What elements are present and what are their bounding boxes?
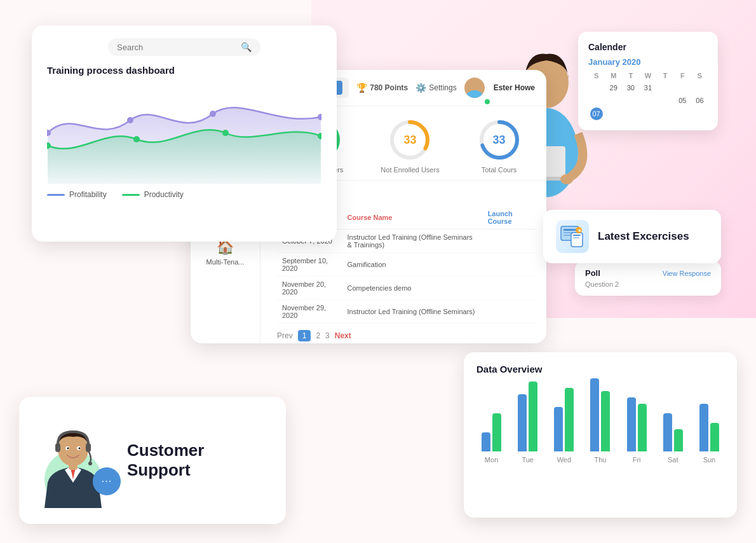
bar-group-wed: Wed — [549, 375, 579, 464]
svg-rect-25 — [564, 229, 576, 231]
bar-group-fri: Fri — [622, 375, 652, 464]
bar-sat-blue — [663, 413, 672, 451]
calendar-title: Calender — [588, 42, 708, 52]
col-launch: Launch Course — [483, 206, 536, 230]
training-card-title: Training process dashboard — [47, 65, 321, 76]
svg-point-11 — [133, 136, 140, 142]
data-overview-card: Data Overview Mon Tue Wed — [464, 352, 737, 518]
bar-wed-green — [565, 388, 574, 451]
svg-point-41 — [88, 462, 92, 465]
page-next[interactable]: Next — [335, 331, 351, 340]
cal-header-m: M — [605, 71, 621, 81]
table-row: September 10, 2020 Gamification — [277, 253, 536, 277]
exercise-icon: ★ — [556, 220, 589, 253]
cal-header-t2: T — [658, 71, 673, 81]
calendar-card: Calender January 2020 S M T W T F S 29 3… — [578, 32, 718, 130]
bar-fri-blue — [627, 397, 636, 451]
page-1[interactable]: 1 — [298, 330, 311, 341]
search-icon[interactable]: 🔍 — [241, 42, 252, 52]
support-title: Customer Support — [127, 441, 267, 480]
bar-group-sun: Sun — [694, 375, 724, 464]
stat-total-courses: 33 Total Cours — [477, 118, 522, 174]
table-row: November 29, 2020 Instructor Led Trainin… — [277, 300, 536, 324]
training-dashboard-card: 🔍 Training process dashboard — [32, 25, 337, 242]
svg-rect-39 — [55, 443, 60, 452]
calendar-grid: S M T W T F S 29 30 31 05 06 07 — [588, 71, 708, 120]
bar-thu-blue — [590, 378, 599, 451]
bar-group-sat: Sat — [658, 375, 688, 464]
svg-point-12 — [222, 130, 229, 136]
bar-group-thu: Thu — [585, 375, 615, 464]
pagination: Prev 1 2 3 Next — [277, 324, 536, 343]
bar-mon-green — [492, 413, 501, 451]
settings-display[interactable]: ⚙️ Settings — [415, 83, 456, 93]
productivity-color — [122, 194, 140, 196]
poll-question: Question 2 — [585, 280, 711, 288]
bar-fri-green — [638, 404, 647, 451]
exercises-card: ★ Latest Excercises — [543, 210, 721, 263]
profitability-color — [47, 194, 65, 196]
poll-header: Poll View Response — [585, 268, 711, 278]
bar-tue-blue — [518, 394, 527, 451]
bar-group-mon: Mon — [476, 375, 506, 464]
poll-title: Poll — [585, 268, 600, 278]
customer-support-card: ··· Customer Support — [19, 397, 286, 524]
training-search-input[interactable] — [117, 43, 241, 52]
cal-header-f: F — [675, 71, 691, 81]
legend-productivity: Productivity — [122, 190, 184, 199]
calendar-month: January 2020 — [588, 57, 708, 67]
svg-rect-29 — [573, 235, 581, 236]
stat-not-enrolled: 33 Not Enrolled Users — [381, 118, 439, 174]
settings-icon: ⚙️ — [415, 83, 426, 93]
trophy-icon: 🏆 — [356, 83, 367, 93]
bar-wed-blue — [554, 407, 563, 451]
bar-thu-green — [601, 391, 610, 451]
legend-profitability: Profitability — [47, 190, 107, 199]
svg-point-38 — [79, 448, 81, 450]
total-courses-circle: 33 — [477, 118, 522, 162]
svg-rect-30 — [573, 237, 579, 238]
exercises-title: Latest Excercises — [598, 230, 689, 243]
view-response-link[interactable]: View Response — [663, 270, 711, 277]
bar-mon-blue — [482, 432, 490, 451]
svg-point-14 — [469, 80, 480, 90]
svg-point-37 — [67, 448, 69, 450]
chat-dots: ··· — [102, 476, 112, 487]
page-3[interactable]: 3 — [325, 331, 330, 340]
training-chart — [47, 82, 321, 184]
svg-point-5 — [560, 174, 573, 184]
bar-sat-green — [674, 429, 683, 451]
svg-rect-40 — [86, 443, 91, 452]
svg-point-15 — [467, 90, 482, 98]
bar-sun-blue — [699, 404, 708, 451]
svg-point-7 — [127, 117, 133, 123]
user-section: Ester Howe — [464, 78, 535, 98]
support-avatar-wrapper: ··· — [38, 413, 114, 508]
col-course-name: Course Name — [342, 206, 483, 230]
support-agent-illustration — [38, 419, 108, 508]
cal-header-t1: T — [623, 71, 638, 81]
user-avatar — [464, 78, 485, 98]
points-display: 🏆 780 Points — [356, 83, 408, 93]
online-indicator — [485, 99, 490, 104]
table-row: November 20, 2020 Competencies demo — [277, 277, 536, 300]
bar-chart: Mon Tue Wed Thu — [476, 383, 724, 479]
svg-point-8 — [210, 111, 216, 117]
page-2[interactable]: 2 — [316, 331, 320, 340]
chat-bubble: ··· — [93, 467, 121, 495]
svg-text:★: ★ — [577, 228, 582, 233]
bar-tue-green — [529, 381, 537, 451]
cal-header-s: S — [588, 71, 604, 81]
data-overview-title: Data Overview — [476, 364, 724, 375]
cal-header-s2: S — [692, 71, 708, 81]
training-search-bar[interactable]: 🔍 — [108, 38, 260, 56]
chart-legend: Profitability Productivity — [47, 190, 321, 199]
bar-sun-green — [710, 423, 719, 451]
sidebar-item-multi-tenant[interactable]: 🏠 Multi-Tena... — [206, 239, 245, 266]
bar-group-tue: Tue — [513, 375, 543, 464]
poll-card: Poll View Response Question 2 — [575, 261, 721, 296]
not-enrolled-circle: 33 — [388, 118, 432, 162]
cal-header-w: W — [640, 71, 656, 81]
